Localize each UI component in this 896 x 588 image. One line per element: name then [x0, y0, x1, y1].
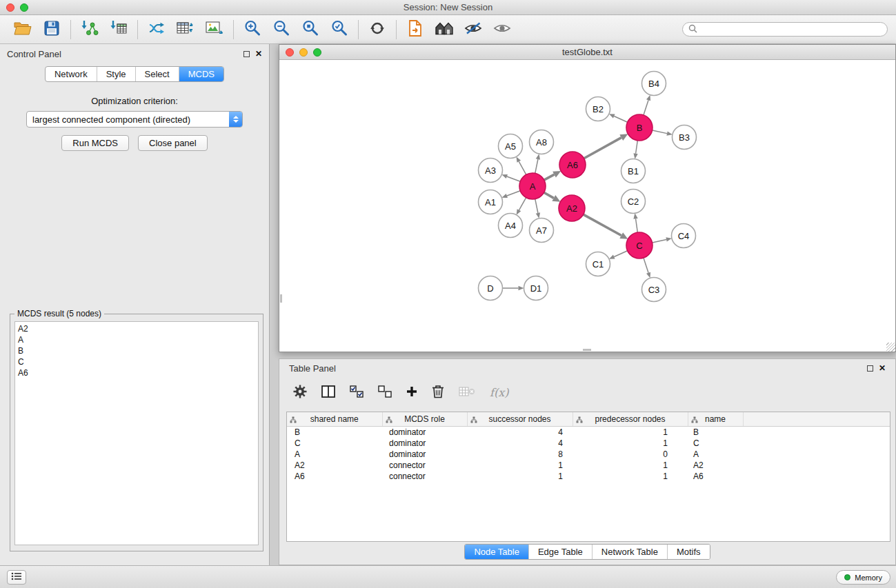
vertical-scroll-indicator[interactable] — [280, 294, 282, 303]
optimization-dropdown[interactable]: largest connected component (directed) — [26, 111, 243, 128]
graph-edge-C-C3[interactable] — [644, 258, 648, 273]
close-panel-button[interactable]: Close panel — [138, 135, 208, 151]
export-image-button[interactable] — [200, 17, 229, 42]
control-panel: Control Panel ✕ Network Style Select MCD… — [0, 44, 270, 565]
select-all-button[interactable] — [350, 385, 364, 400]
apply-layout-button[interactable] — [363, 17, 392, 42]
tab-network[interactable]: Network — [46, 67, 97, 81]
table-row[interactable]: A6connector11A6 — [287, 471, 890, 482]
network-minimize-button[interactable] — [299, 48, 308, 57]
zoom-in-button[interactable] — [238, 17, 267, 42]
import-network-button[interactable] — [75, 17, 104, 42]
close-window-button[interactable] — [6, 3, 14, 12]
tab-mcds[interactable]: MCDS — [179, 67, 223, 81]
plus-icon — [406, 386, 417, 399]
graph-edge-A-A7[interactable] — [535, 199, 538, 213]
add-column-button[interactable] — [406, 386, 417, 399]
memory-button[interactable]: Memory — [836, 570, 890, 585]
delete-table-button[interactable] — [459, 386, 475, 399]
hide-graphics-button[interactable] — [459, 17, 488, 42]
table-row[interactable]: Bdominator41B — [287, 426, 890, 438]
open-file-button[interactable] — [8, 17, 37, 42]
show-graphics-button[interactable] — [488, 17, 517, 42]
graph-edge-A-A1[interactable] — [507, 191, 520, 196]
table-row[interactable]: Adominator80A — [287, 449, 890, 460]
tab-node-table[interactable]: Node Table — [465, 545, 529, 559]
optimization-criterion-label: Optimization criterion: — [0, 96, 269, 106]
graph-edge-A-A8[interactable] — [535, 159, 538, 173]
show-columns-button[interactable] — [321, 385, 335, 400]
result-item[interactable]: A — [18, 334, 255, 345]
graph-edge-B-B1[interactable] — [636, 141, 638, 154]
graph-edge-A-A5[interactable] — [519, 161, 526, 174]
run-mcds-button[interactable]: Run MCDS — [61, 135, 129, 151]
mcds-result-list[interactable]: A2ABCA6 — [14, 321, 259, 545]
table-cell: C — [688, 438, 743, 449]
new-table-button[interactable] — [171, 17, 200, 42]
horizontal-scroll-indicator[interactable] — [583, 349, 591, 351]
search-box[interactable] — [682, 22, 888, 37]
result-item[interactable]: C — [18, 356, 255, 367]
deselect-all-button[interactable] — [378, 385, 392, 400]
close-panel-icon[interactable]: ✕ — [255, 50, 262, 57]
home-view-button[interactable] — [430, 17, 459, 42]
import-table-button[interactable] — [104, 17, 133, 42]
tab-select[interactable]: Select — [136, 67, 179, 81]
graph-edge-B-B2[interactable] — [614, 116, 627, 122]
result-item[interactable]: B — [18, 345, 255, 356]
float-table-panel-icon[interactable] — [867, 365, 873, 372]
tab-motifs[interactable]: Motifs — [668, 545, 710, 559]
save-session-button[interactable] — [37, 17, 66, 42]
tab-network-table[interactable]: Network Table — [593, 545, 668, 559]
table-cell: 1 — [573, 426, 688, 438]
dropdown-value: largest connected component (directed) — [27, 114, 229, 125]
task-history-button[interactable] — [7, 570, 26, 585]
table-cell: 4 — [467, 426, 573, 438]
column-type-icon — [290, 416, 297, 425]
graph-edge-B-B3[interactable] — [653, 130, 667, 134]
zoom-fit-button[interactable] — [325, 17, 354, 42]
zoom-window-button[interactable] — [20, 3, 28, 12]
function-builder-button[interactable]: f(x) — [490, 386, 508, 399]
resize-grip[interactable] — [886, 343, 895, 352]
tab-style[interactable]: Style — [97, 67, 136, 81]
graph-edge-C-C2[interactable] — [636, 219, 638, 232]
float-panel-icon[interactable] — [243, 51, 250, 57]
graph-node-label: A6 — [567, 160, 578, 170]
search-input[interactable] — [701, 25, 882, 34]
table-cell: 4 — [467, 438, 573, 449]
result-item[interactable]: A6 — [18, 367, 255, 378]
table-settings-button[interactable] — [293, 385, 307, 401]
column-header-successor-nodes[interactable]: successor nodes — [467, 412, 573, 426]
memory-label: Memory — [855, 574, 882, 582]
network-zoom-button[interactable] — [313, 48, 321, 57]
graph-edge-A6-B[interactable] — [584, 138, 621, 159]
column-header-name[interactable]: name — [688, 412, 743, 426]
tab-edge-table[interactable]: Edge Table — [529, 545, 593, 559]
graph-edge-A-A3[interactable] — [507, 176, 520, 181]
open-network-file-button[interactable] — [401, 17, 430, 42]
graph-edge-A-A6[interactable] — [544, 174, 555, 180]
node-table: shared name MCDS role successor nodes pr… — [287, 412, 890, 482]
zoom-out-button[interactable] — [267, 17, 296, 42]
graph-edge-A2-C[interactable] — [584, 214, 621, 235]
table-row[interactable]: Cdominator41C — [287, 438, 890, 449]
column-header-predecessor-nodes[interactable]: predecessor nodes — [573, 412, 688, 426]
delete-column-button[interactable] — [432, 385, 444, 401]
table-header-row: shared name MCDS role successor nodes pr… — [287, 412, 890, 426]
graph-edge-C-C4[interactable] — [653, 239, 667, 242]
column-header-shared-name[interactable]: shared name — [287, 412, 382, 426]
close-table-panel-icon[interactable]: ✕ — [879, 365, 886, 372]
toolbar-separator — [396, 20, 397, 39]
new-network-button[interactable] — [142, 17, 171, 42]
network-canvas[interactable]: B4B2BB3A5A8A6A3B1AA1C2A2A4A7C4CC1C3DD1 — [279, 60, 895, 352]
column-header-mcds-role[interactable]: MCDS role — [382, 412, 467, 426]
graph-edge-B-B4[interactable] — [644, 100, 648, 115]
result-item[interactable]: A2 — [18, 323, 255, 334]
network-close-button[interactable] — [286, 48, 294, 57]
table-row[interactable]: A2connector11A2 — [287, 460, 890, 471]
graph-edge-A-A4[interactable] — [519, 198, 526, 210]
graph-edge-A-A2[interactable] — [544, 192, 554, 198]
graph-edge-C-C1[interactable] — [614, 251, 627, 257]
zoom-selected-button[interactable] — [296, 17, 325, 42]
